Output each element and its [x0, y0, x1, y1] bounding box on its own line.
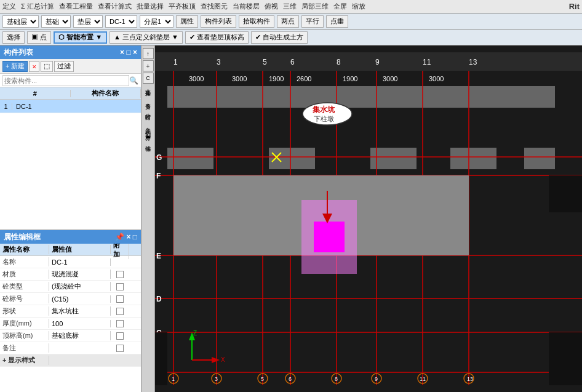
- svg-rect-18: [167, 86, 555, 108]
- point-btn[interactable]: ▣ 点: [27, 31, 51, 44]
- smart-place-btn[interactable]: ⬡ 智能布置 ▼: [54, 31, 107, 44]
- view-pad-top-btn[interactable]: ✔ 查看垫层顶标高: [185, 31, 249, 44]
- material-checkbox[interactable]: [116, 271, 124, 278]
- menu-top-view[interactable]: 俯视: [265, 2, 278, 11]
- prop-row-top-elev: 顶标高(m) 基础底标: [0, 330, 141, 342]
- svg-text:3: 3: [217, 58, 221, 66]
- dc-select[interactable]: DC-1: [105, 15, 137, 28]
- menu-zoom[interactable]: 缩放: [352, 2, 365, 11]
- third-toolbar: 选择 ▣ 点 ⬡ 智能布置 ▼ ▲ 三点定义斜垫层 ▼ ✔ 查看垫层顶标高 ✔ …: [0, 30, 582, 46]
- strip-cloud[interactable]: ☁: [145, 133, 151, 139]
- component-list-btn[interactable]: 构件列表: [201, 15, 236, 28]
- svg-rect-23: [524, 148, 555, 169]
- menu-find[interactable]: 查找图元: [201, 2, 228, 11]
- two-point-btn[interactable]: 两点: [277, 15, 299, 28]
- svg-text:3000: 3000: [383, 75, 397, 82]
- menu-define[interactable]: 定义: [2, 2, 16, 11]
- strip-split[interactable]: 分割: [143, 126, 153, 128]
- point-perp-btn[interactable]: 点垂: [326, 15, 348, 28]
- layer-select[interactable]: 分层1: [140, 15, 173, 28]
- svg-text:D: D: [156, 295, 162, 303]
- svg-text:1: 1: [172, 376, 175, 382]
- svg-text:5: 5: [261, 376, 264, 382]
- svg-text:9: 9: [375, 376, 378, 382]
- strip-divide[interactable]: 分: [145, 113, 151, 121]
- canvas-wrapper: ↑ + C 延伸 非 修剪 ÷ 打断 分 合并 分割 对齐 ☁ 偏移 1: [142, 46, 582, 392]
- svg-text:E: E: [156, 252, 161, 260]
- filter-btn[interactable]: 过滤: [54, 61, 74, 72]
- svg-text:3000: 3000: [232, 75, 247, 82]
- svg-text:6: 6: [289, 376, 292, 382]
- svg-rect-10: [155, 71, 582, 86]
- svg-rect-45: [217, 175, 263, 255]
- svg-text:3000: 3000: [429, 75, 444, 82]
- menu-sum[interactable]: Σ 汇总计算: [21, 2, 54, 11]
- svg-text:Z: Z: [193, 330, 197, 337]
- delete-component-btn[interactable]: ×: [29, 61, 39, 72]
- prop-row-grade: 砼标号 (C15): [0, 293, 141, 305]
- property-btn[interactable]: 属性: [176, 15, 198, 28]
- grade-checkbox[interactable]: [116, 295, 124, 303]
- menu-fullscreen[interactable]: 全屏: [333, 2, 347, 11]
- svg-rect-54: [314, 222, 345, 252]
- top-elev-checkbox[interactable]: [116, 332, 124, 340]
- new-component-btn[interactable]: + 新建: [2, 61, 28, 72]
- select-btn[interactable]: 选择: [2, 31, 25, 44]
- prop-row-display-style[interactable]: + 显示样式: [0, 354, 141, 367]
- base-select[interactable]: 基础: [41, 15, 71, 28]
- search-icon[interactable]: 🔍: [129, 76, 138, 85]
- strip-break[interactable]: 打断: [143, 109, 153, 111]
- strip-btn-plus[interactable]: +: [143, 60, 154, 71]
- svg-rect-44: [173, 175, 217, 255]
- left-panel: 构件列表 × □ × + 新建 × ⬚ 过滤 🔍 # 构件名称 1: [0, 46, 142, 392]
- three-point-slope-btn[interactable]: ▲ 三点定义斜垫层 ▼: [110, 31, 183, 44]
- menu-level-top[interactable]: 平齐板顶: [169, 2, 196, 11]
- svg-text:8: 8: [337, 58, 341, 66]
- strip-btn-up[interactable]: ↑: [143, 48, 154, 59]
- svg-text:1: 1: [173, 58, 178, 66]
- strip-btn-c[interactable]: C: [143, 73, 154, 84]
- component-list-close[interactable]: × □ ×: [120, 48, 137, 57]
- strip-offset[interactable]: 偏移: [143, 140, 153, 143]
- strip-extend[interactable]: 延伸: [143, 85, 153, 87]
- strip-div[interactable]: ÷: [146, 102, 149, 108]
- menu-view-calc[interactable]: 查看计算式: [98, 2, 132, 11]
- properties-pin[interactable]: 📌 × □: [115, 233, 137, 241]
- strip-non[interactable]: 非: [145, 89, 151, 97]
- thickness-checkbox[interactable]: [116, 320, 124, 327]
- properties-table: 属性名称 属性值 附加 名称 DC-1 材质 现浇混凝 砼类型 (现浇: [0, 244, 141, 392]
- strip-trim[interactable]: 修剪: [143, 98, 153, 100]
- parallel-btn[interactable]: 平行: [301, 15, 324, 28]
- svg-text:5: 5: [263, 58, 267, 66]
- canvas-main: 1 3 5 6 8 9 11 13 3000 3000 1900 2600 19…: [155, 46, 582, 392]
- pick-component-btn[interactable]: 拾取构件: [239, 15, 274, 28]
- svg-text:6: 6: [290, 58, 295, 66]
- main-layout: 构件列表 × □ × + 新建 × ⬚ 过滤 🔍 # 构件名称 1: [0, 46, 582, 392]
- menu-view-qty[interactable]: 查看工程量: [59, 2, 93, 11]
- svg-rect-82: [155, 332, 167, 385]
- strip-merge[interactable]: 合并: [143, 122, 153, 124]
- top-toolbar: 定义 Σ 汇总计算 查看工程量 查看计算式 批量选择 平齐板顶 查找图元 当前楼…: [0, 0, 582, 14]
- svg-rect-49: [377, 175, 423, 255]
- pad-select[interactable]: 垫层: [73, 15, 103, 28]
- menu-current-floor[interactable]: 当前楼层: [233, 2, 260, 11]
- left-strip: ↑ + C 延伸 非 修剪 ÷ 打断 分 合并 分割 对齐 ☁ 偏移: [142, 46, 155, 392]
- svg-text:1900: 1900: [343, 75, 357, 82]
- remark-checkbox[interactable]: [116, 345, 124, 352]
- floor-select[interactable]: 基础层: [2, 15, 39, 28]
- menu-batch-select[interactable]: 批量选择: [137, 2, 164, 11]
- shape-checkbox[interactable]: [116, 308, 124, 315]
- copy-component-btn[interactable]: ⬚: [41, 61, 53, 72]
- concrete-type-checkbox[interactable]: [116, 283, 124, 290]
- auto-earthwork-btn[interactable]: ✔ 自动生成土方: [251, 31, 308, 44]
- svg-rect-84: [549, 175, 582, 212]
- properties-header: 属性名称 属性值 附加: [0, 244, 141, 256]
- menu-local-3d[interactable]: 局部三维: [301, 2, 329, 11]
- menu-3d[interactable]: 三维: [283, 2, 297, 11]
- search-bar: 🔍: [0, 74, 141, 87]
- component-row-dc1[interactable]: 1 DC-1: [0, 100, 141, 113]
- svg-rect-83: [549, 332, 582, 385]
- strip-align[interactable]: 对齐: [143, 129, 153, 132]
- svg-rect-19: [167, 148, 213, 169]
- search-input[interactable]: [2, 75, 129, 86]
